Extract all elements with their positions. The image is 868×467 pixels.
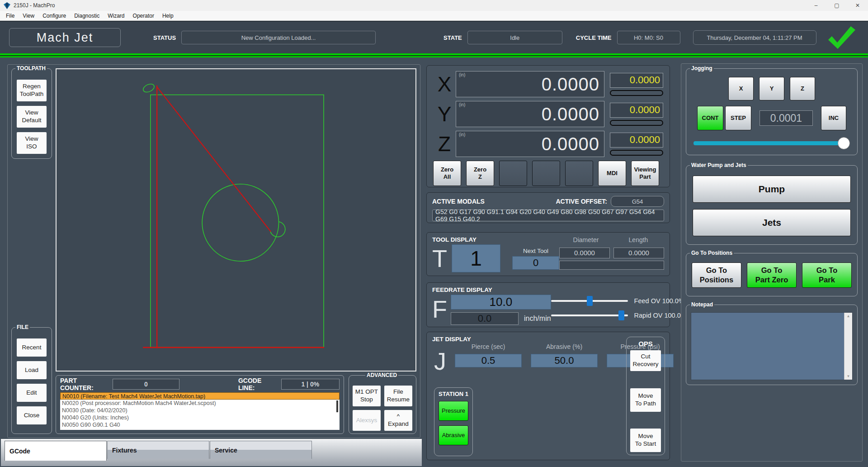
gcode-row[interactable]: N0030 (Date: 04/02/2020) xyxy=(60,407,340,414)
tool-display-panel: TOOL DISPLAY Diameter Length T 1 Next To… xyxy=(426,232,670,276)
gcode-scrollbar[interactable] xyxy=(336,400,338,412)
jets-button[interactable]: Jets xyxy=(693,209,851,236)
feed-ov-handle[interactable] xyxy=(587,296,593,306)
menubar: File View Configure Diagnostic Wizard Op… xyxy=(0,11,868,21)
length-label: Length xyxy=(613,236,663,243)
jet-display-panel: JET DISPLAY J Pierce (sec) 0.5 Abrasive … xyxy=(426,332,670,460)
regen-toolpath-button[interactable]: Regen ToolPath xyxy=(17,80,47,101)
right-panel: Jogging X Y Z CONT STEP 0.0001 INC Water… xyxy=(681,63,863,462)
active-offset-value: G54 xyxy=(611,196,664,207)
main-area: TOOLPATH Regen ToolPath View Default Vie… xyxy=(0,57,868,467)
zero-z-button[interactable]: Zero Z xyxy=(466,161,494,186)
notepad-scrollbar[interactable]: ▲ ▼ xyxy=(844,313,852,380)
jogging-group: Jogging X Y Z CONT STEP 0.0001 INC xyxy=(686,68,858,155)
station-pressure-button[interactable]: Pressure xyxy=(439,401,468,421)
pump-group-label: Water Pump and Jets xyxy=(690,162,748,168)
close-button[interactable]: ✕ xyxy=(847,0,868,11)
pierce-value[interactable]: 0.5 xyxy=(455,354,522,367)
pierce-label: Pierce (sec) xyxy=(455,343,522,350)
part-counter-label: PART COUNTER: xyxy=(60,377,108,391)
toolpath-drawing xyxy=(57,69,415,371)
minimize-button[interactable]: – xyxy=(806,0,826,11)
feed-ov-slider[interactable] xyxy=(551,295,628,306)
viewing-part-button[interactable]: Viewing Part xyxy=(631,161,659,186)
goto-park-button[interactable]: Go To Park xyxy=(802,262,852,288)
expand-button[interactable]: ^ Expand xyxy=(384,410,412,431)
cycle-time-label: CYCLE TIME xyxy=(576,34,612,41)
feed-units: inch/min xyxy=(524,315,551,323)
current-tool-value[interactable]: 1 xyxy=(452,244,500,272)
menu-item-operator[interactable]: Operator xyxy=(129,13,158,19)
blank-button[interactable] xyxy=(532,161,560,186)
load-button[interactable]: Load xyxy=(17,361,47,379)
tab-gcode[interactable]: GCode xyxy=(5,441,107,461)
move-to-path-button[interactable]: Move To Path xyxy=(630,388,661,412)
tab-service[interactable]: Service xyxy=(210,441,312,459)
step-button[interactable]: STEP xyxy=(725,106,751,130)
menu-item-diagnostic[interactable]: Diagnostic xyxy=(70,13,104,19)
menu-item-help[interactable]: Help xyxy=(158,13,178,19)
zero-all-button[interactable]: Zero All xyxy=(433,161,461,186)
menu-item-view[interactable]: View xyxy=(19,13,38,19)
goto-positions-button[interactable]: Go To Positions xyxy=(692,262,741,288)
axis-label-z: Z xyxy=(433,133,456,154)
cut-recovery-button[interactable]: Cut Recovery xyxy=(630,350,661,371)
jet-display-label: JET DISPLAY xyxy=(432,336,471,343)
dro-y-readout[interactable]: (in) 0.0000 xyxy=(456,101,604,127)
dro-z-value: 0.0000 xyxy=(542,134,599,154)
state-label: STATE xyxy=(443,34,462,41)
move-to-start-button[interactable]: Move To Start xyxy=(630,429,661,452)
edit-button[interactable]: Edit xyxy=(17,384,47,402)
jog-speed-handle[interactable] xyxy=(838,137,850,149)
jog-z-button[interactable]: Z xyxy=(790,77,815,100)
file-resume-button[interactable]: File Resume xyxy=(384,386,412,406)
recent-button[interactable]: Recent xyxy=(17,338,47,357)
cont-button[interactable]: CONT xyxy=(697,106,723,130)
station-abrasive-button[interactable]: Abrasive xyxy=(439,425,468,445)
blank-button[interactable] xyxy=(565,161,593,186)
scroll-up-icon[interactable]: ▲ xyxy=(847,314,850,318)
jog-x-button[interactable]: X xyxy=(728,77,754,100)
goto-part-zero-button[interactable]: Go To Part Zero xyxy=(747,262,797,288)
gcode-row[interactable]: N0060 xyxy=(60,429,340,430)
app-icon xyxy=(4,2,10,9)
gcode-row[interactable]: N0050 G90 G90.1 G40 xyxy=(60,421,340,429)
blank-button[interactable] xyxy=(499,161,527,186)
gcode-row[interactable]: N0020 (Post processor: MachMotion Mach4 … xyxy=(60,400,340,407)
mdi-button[interactable]: MDI xyxy=(598,161,626,186)
gcode-line-value: 1 | 0% xyxy=(281,379,340,390)
status-accent-bar xyxy=(0,53,868,57)
rapid-ov-slider[interactable] xyxy=(551,310,628,321)
axis-label-y: Y xyxy=(433,104,456,124)
length-value: 0.0000 xyxy=(613,248,664,258)
scroll-down-icon[interactable]: ▼ xyxy=(847,374,850,378)
dro-x-readout[interactable]: (in) 0.0000 xyxy=(456,71,604,97)
rapid-ov-handle[interactable] xyxy=(618,310,624,320)
notepad-textarea[interactable]: ▲ ▼ xyxy=(691,312,853,380)
alexsys-button[interactable]: Alexsys xyxy=(353,410,381,431)
m1-opt-stop-button[interactable]: M1 OPT Stop xyxy=(353,386,381,406)
view-default-button[interactable]: View Default xyxy=(17,106,47,128)
tab-fixtures[interactable]: Fixtures xyxy=(107,441,209,459)
dro-x-unit: (in) xyxy=(459,72,465,77)
gcode-list[interactable]: N0010 (Filename: Test Mach4 WaterJet Mac… xyxy=(60,392,340,430)
jog-speed-slider[interactable] xyxy=(693,137,850,149)
menu-item-wizard[interactable]: Wizard xyxy=(104,13,128,19)
menu-item-configure[interactable]: Configure xyxy=(38,13,70,19)
close-file-button[interactable]: Close xyxy=(17,406,47,424)
abrasive-value[interactable]: 50.0 xyxy=(531,354,598,367)
pump-button[interactable]: Pump xyxy=(693,176,851,203)
jog-y-button[interactable]: Y xyxy=(759,77,784,100)
view-iso-button[interactable]: View ISO xyxy=(17,132,47,154)
jog-increment-value[interactable]: 0.0001 xyxy=(760,110,813,126)
inc-button[interactable]: INC xyxy=(821,106,846,130)
dro-z-readout[interactable]: (in) 0.0000 xyxy=(456,131,604,157)
menu-item-file[interactable]: File xyxy=(2,13,19,19)
feed-commanded-value[interactable]: 10.0 xyxy=(451,295,551,310)
maximize-button[interactable]: ▢ xyxy=(826,0,847,11)
toolpath-canvas[interactable] xyxy=(56,68,416,372)
gcode-row[interactable]: N0040 G20 (Units: Inches) xyxy=(60,414,340,421)
next-tool-value[interactable]: 0 xyxy=(512,256,559,270)
counter-box: PART COUNTER: 0 GCODE LINE: 1 | 0% N0010… xyxy=(56,375,344,434)
gcode-row[interactable]: N0010 (Filename: Test Mach4 WaterJet Mac… xyxy=(60,392,340,400)
